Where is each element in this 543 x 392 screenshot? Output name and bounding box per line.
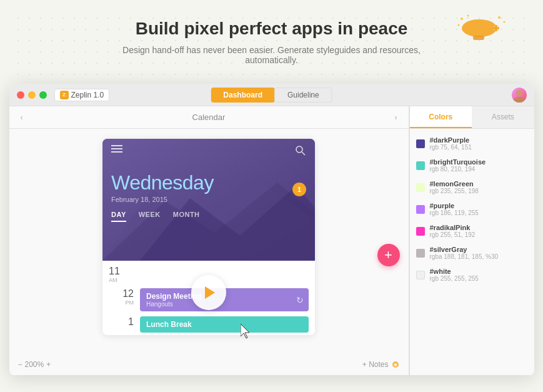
color-name: #darkPurple — [430, 136, 528, 144]
svg-point-7 — [461, 18, 463, 20]
hamburger-line — [111, 151, 122, 153]
hamburger-menu-icon[interactable] — [111, 145, 122, 159]
right-panel: Colors Assets #darkPurple rgb 75, 64, 15… — [409, 106, 534, 375]
event-title: Lunch Break — [146, 320, 302, 329]
color-item[interactable]: #silverGray rgba 188, 181, 185, %30 — [410, 242, 534, 264]
color-swatch — [416, 249, 425, 258]
event-refresh-icon: ↻ — [296, 295, 304, 305]
zoom-level: 200% — [25, 360, 44, 369]
minimize-button[interactable] — [28, 91, 36, 99]
color-swatch — [416, 205, 425, 214]
svg-line-19 — [302, 152, 305, 155]
color-item[interactable]: #brightTurquoise rgb 80, 210, 194 — [410, 154, 534, 176]
svg-point-11 — [504, 21, 506, 23]
calendar-date-display: Wednesday February 18, 2015 — [102, 165, 315, 206]
tab-colors[interactable]: Colors — [410, 106, 472, 128]
app-name-label: Zeplin 1.0 — [71, 91, 104, 99]
user-avatar[interactable] — [512, 88, 527, 103]
time-label-12: 12 — [109, 288, 134, 299]
color-swatch — [416, 139, 425, 148]
color-name: #lemonGreen — [430, 180, 528, 188]
color-item[interactable]: #lemonGreen rgb 235, 255, 198 — [410, 176, 534, 198]
nav-prev-arrow[interactable]: ‹ — [16, 111, 28, 124]
hero-section: Build pixel perfect apps in peace Design… — [0, 0, 543, 78]
color-name: #purple — [430, 202, 528, 209]
calendar-header: Wednesday February 18, 2015 1 DAY WEEK M… — [102, 139, 315, 261]
fab-add-button[interactable]: + — [377, 244, 400, 266]
hero-subtitle: Design hand-off has never been easier. G… — [116, 45, 428, 65]
color-item[interactable]: #radikalPink rgb 255, 51, 192 — [410, 220, 534, 242]
color-rgb: rgb 80, 210, 194 — [430, 166, 528, 173]
time-row-1: 1 Lunch Break — [102, 314, 315, 335]
color-info: #brightTurquoise rgb 80, 210, 194 — [430, 158, 528, 173]
color-rgb: rgb 75, 64, 151 — [430, 144, 528, 151]
time-sub-pm: PM — [109, 299, 134, 306]
color-name: #silverGray — [430, 246, 528, 253]
hamburger-line — [111, 148, 122, 149]
panel-title: Calendar — [192, 113, 226, 122]
color-swatch — [416, 161, 425, 170]
color-swatch — [416, 227, 425, 236]
calendar-day-name: Wednesday — [111, 171, 306, 194]
main-tabs: Dashboard Guideline — [211, 88, 332, 103]
svg-point-13 — [513, 97, 526, 103]
panel-header: ‹ Calendar › — [9, 106, 409, 129]
zoom-bar: − 200% + — [18, 360, 51, 369]
notes-icon: ✱ — [391, 360, 400, 369]
zeplin-logo-icon: Z — [60, 91, 69, 99]
color-list: #darkPurple rgb 75, 64, 151 #brightTurqu… — [410, 129, 534, 289]
hero-title: Build pixel perfect apps in peace — [12, 19, 531, 39]
color-rgb: rgba 188, 181, 185, %30 — [430, 253, 528, 260]
color-item[interactable]: #white rgb 255, 255, 255 — [410, 264, 534, 286]
svg-point-18 — [296, 146, 302, 153]
hamburger-line — [111, 145, 122, 146]
svg-point-10 — [498, 16, 501, 19]
notes-label: + Notes — [362, 360, 389, 369]
color-rgb: rgb 255, 255, 255 — [430, 275, 528, 282]
right-panel-header: Colors Assets — [410, 106, 534, 129]
calendar-full-date: February 18, 2015 — [111, 196, 306, 203]
color-name: #radikalPink — [430, 224, 528, 231]
svg-point-9 — [458, 24, 460, 26]
calendar-top-bar — [102, 139, 315, 165]
svg-rect-1 — [473, 36, 484, 40]
color-info: #purple rgb 186, 119, 255 — [430, 202, 528, 216]
svg-point-0 — [462, 19, 497, 37]
search-icon[interactable] — [295, 145, 306, 159]
play-triangle-icon — [205, 286, 215, 299]
color-item[interactable]: #purple rgb 186, 119, 255 — [410, 198, 534, 220]
color-item[interactable]: #darkPurple rgb 75, 64, 151 — [410, 133, 534, 154]
play-button[interactable] — [191, 275, 226, 310]
app-window: Z Zeplin 1.0 Dashboard Guideline ‹ — [9, 84, 534, 375]
color-swatch — [416, 271, 425, 279]
tab-guideline[interactable]: Guideline — [274, 88, 332, 103]
color-swatch — [416, 183, 425, 192]
view-tab-month[interactable]: MONTH — [173, 211, 200, 222]
time-sub-am: AM — [109, 277, 120, 283]
main-content: ‹ Calendar › — [9, 106, 534, 375]
tab-assets[interactable]: Assets — [472, 106, 534, 128]
time-label-11: 11 — [109, 266, 120, 276]
event-subtitle: Hangouts — [146, 301, 302, 308]
close-button[interactable] — [17, 91, 24, 99]
svg-point-12 — [516, 90, 522, 96]
tab-dashboard[interactable]: Dashboard — [211, 88, 275, 103]
nav-next-arrow[interactable]: › — [390, 111, 402, 124]
page-background: Build pixel perfect apps in peace Design… — [0, 0, 543, 392]
color-rgb: rgb 255, 51, 192 — [430, 231, 528, 238]
color-info: #lemonGreen rgb 235, 255, 198 — [430, 180, 528, 194]
calendar-view-tabs: DAY WEEK MONTH — [102, 206, 315, 222]
notes-bar[interactable]: + Notes ✱ — [362, 360, 400, 369]
window-controls — [17, 91, 47, 99]
notification-badge[interactable]: 1 — [292, 183, 306, 196]
color-info: #white rgb 255, 255, 255 — [430, 268, 528, 282]
view-tab-week[interactable]: WEEK — [139, 211, 161, 222]
zoom-minus[interactable]: − — [18, 360, 22, 369]
app-title-badge: Z Zeplin 1.0 — [54, 89, 110, 101]
event-lunch-break[interactable]: Lunch Break — [140, 316, 309, 333]
zoom-plus[interactable]: + — [46, 360, 51, 369]
title-bar: Z Zeplin 1.0 Dashboard Guideline — [9, 84, 534, 106]
color-rgb: rgb 186, 119, 255 — [430, 209, 528, 216]
maximize-button[interactable] — [39, 91, 47, 99]
view-tab-day[interactable]: DAY — [111, 211, 126, 222]
